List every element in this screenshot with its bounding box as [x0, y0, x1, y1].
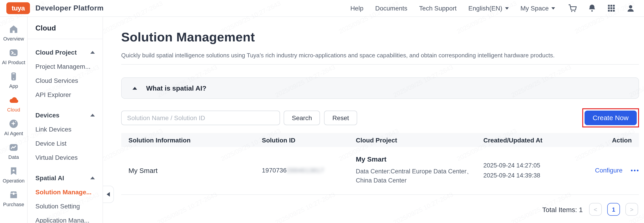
divider [121, 64, 639, 65]
chevron-left-icon [107, 192, 110, 197]
brand-title: Developer Platform [36, 4, 104, 12]
user-icon[interactable] [626, 4, 635, 13]
page-title: Solution Management [121, 30, 639, 45]
menu-group-devices[interactable]: Devices [36, 108, 95, 122]
more-actions-button[interactable]: ••• [630, 167, 640, 174]
menu-item-application-management[interactable]: Application Mana... [36, 213, 95, 223]
sidebar-item-ai-product[interactable]: AI Product [0, 48, 27, 66]
sidebar-item-overview[interactable]: Overview [0, 24, 27, 42]
sidebar-item-label: AI Product [2, 60, 26, 66]
search-toolbar: Search Reset Create Now [121, 110, 639, 125]
terminal-icon [8, 48, 18, 58]
configure-link[interactable]: Configure [595, 167, 622, 174]
pagination-next-button[interactable]: > [626, 203, 638, 216]
redacted-id-blur: 2884613817 [286, 167, 324, 174]
chevron-up-icon [90, 51, 95, 54]
menu-item-device-list[interactable]: Device List [36, 136, 95, 150]
menu-item-cloud-services[interactable]: Cloud Services [36, 73, 95, 87]
reset-button[interactable]: Reset [324, 110, 357, 125]
sidebar-item-cloud[interactable]: Cloud [0, 95, 27, 113]
cloud-project-name: My Smart [356, 155, 483, 163]
total-items-label: Total Items: 1 [542, 205, 583, 213]
chevron-up-icon [90, 114, 95, 117]
apps-grid-icon[interactable] [607, 4, 616, 12]
cell-cloud-project: My Smart Data Center:Central Europe Data… [356, 155, 483, 185]
sidebar-item-label: Purchase [3, 202, 24, 207]
chevron-down-icon [505, 7, 509, 9]
menu-item-project-management[interactable]: Project Managem... [36, 59, 95, 73]
solutions-table: Solution Information Solution ID Cloud P… [121, 133, 639, 195]
column-header-solution-information: Solution Information [128, 136, 262, 144]
page-subtitle: Quickly build spatial intelligence solut… [121, 51, 639, 59]
column-header-cloud-project: Cloud Project [356, 136, 483, 144]
table-row: My Smart 19707362884613817 My Smart Data… [121, 147, 639, 195]
sidebar-item-label: AI Agent [4, 131, 23, 137]
package-box-icon [8, 190, 18, 200]
home-icon [8, 24, 18, 34]
main-content: Solution Management Quickly build spatia… [103, 17, 644, 223]
sidebar-item-label: App [9, 83, 18, 89]
chevron-up-icon [90, 177, 95, 179]
cart-icon[interactable] [568, 4, 577, 13]
pagination: Total Items: 1 < 1 > [121, 203, 639, 216]
nav-documents[interactable]: Documents [375, 5, 407, 12]
pagination-prev-button[interactable]: < [589, 203, 602, 216]
header-nav: Help Documents Tech Support English(EN) … [350, 5, 555, 12]
chevron-down-icon [552, 7, 555, 9]
collapse-up-icon [132, 87, 137, 89]
nav-language-select[interactable]: English(EN) [468, 5, 508, 12]
sidebar-section-title: Cloud [28, 17, 102, 39]
nav-my-space[interactable]: My Space [520, 5, 555, 12]
cloud-project-datacenters-line2: China Data Center [356, 176, 483, 185]
cell-actions: Configure ••• [595, 167, 640, 174]
mobile-phone-icon [8, 71, 18, 81]
tuya-logo[interactable]: tuya [6, 2, 30, 14]
table-header: Solution Information Solution ID Cloud P… [121, 133, 639, 147]
created-at: 2025-09-24 14:27:05 [483, 162, 595, 169]
updated-at: 2025-09-24 14:39:38 [483, 172, 595, 179]
page: 2025/09/25 10:27-26432025/09/25 10:27-26… [0, 0, 644, 223]
chart-icon [8, 143, 18, 152]
sidebar-item-app[interactable]: App [0, 71, 27, 89]
spatial-ai-faq-panel[interactable]: What is spatial AI? [121, 77, 639, 99]
sidebar-item-ai-agent[interactable]: AI Agent [0, 119, 27, 137]
sidebar-item-label: Data [8, 154, 19, 160]
sparkle-icon [8, 119, 18, 129]
cloud-menu: Cloud Project Project Managem... Cloud S… [28, 39, 102, 223]
sidebar-item-label: Operation [3, 178, 25, 184]
nav-help[interactable]: Help [350, 5, 364, 12]
red-annotation-box: Create Now [582, 108, 639, 128]
top-header: tuya Developer Platform Help Documents T… [0, 0, 644, 17]
search-input[interactable] [121, 110, 280, 125]
menu-group-cloud-project[interactable]: Cloud Project [36, 46, 95, 59]
nav-tech-support[interactable]: Tech Support [419, 5, 456, 12]
menu-item-api-explorer[interactable]: API Explorer [36, 87, 95, 101]
pagination-page-1[interactable]: 1 [607, 203, 620, 216]
column-header-action: Action [595, 136, 632, 144]
menu-item-virtual-devices[interactable]: Virtual Devices [36, 150, 95, 164]
tuya-logo-text: tuya [12, 4, 25, 12]
search-button[interactable]: Search [284, 110, 320, 125]
sidebar-collapse-handle[interactable] [103, 186, 114, 203]
column-header-created-updated: Created/Updated At [483, 136, 595, 144]
sidebar-item-label: Cloud [7, 107, 20, 113]
header-icon-group [568, 4, 635, 13]
total-items-value: 1 [579, 205, 583, 213]
column-header-solution-id: Solution ID [262, 136, 356, 144]
secondary-sidebar: Cloud Cloud Project Project Managem... C… [28, 17, 103, 223]
cloud-icon [8, 95, 19, 105]
menu-item-link-devices[interactable]: Link Devices [36, 122, 95, 136]
sidebar-item-label: Overview [3, 36, 24, 42]
menu-group-spatial-ai[interactable]: Spatial AI [36, 171, 95, 185]
create-now-button[interactable]: Create Now [584, 110, 637, 125]
sidebar-item-data[interactable]: Data [0, 143, 27, 160]
cell-solution-name: My Smart [128, 166, 262, 174]
sidebar-item-purchase[interactable]: Purchase [0, 190, 27, 207]
faq-panel-label: What is spatial AI? [146, 84, 206, 92]
menu-item-solution-setting[interactable]: Solution Setting [36, 199, 95, 213]
bookmark-star-icon [8, 166, 18, 176]
cloud-project-datacenters-line1: Data Center:Central Europe Data Center、 [356, 167, 483, 176]
menu-item-solution-management[interactable]: Solution Manage... [36, 185, 95, 199]
sidebar-item-operation[interactable]: Operation [0, 166, 27, 184]
bell-icon[interactable] [588, 4, 596, 13]
